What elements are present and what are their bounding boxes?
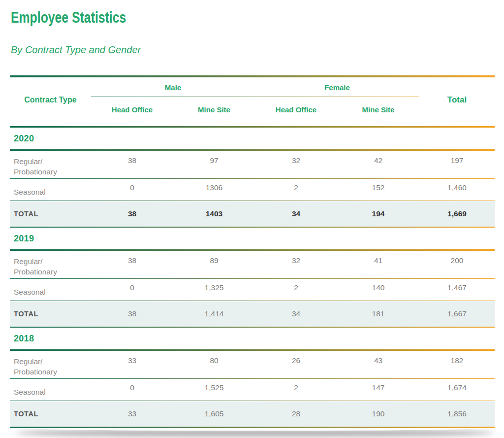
cell-total: 197 [419,151,495,165]
row-label: TOTAL [10,409,91,419]
year-section-2019: 2019 Regular/Probationary 38 89 32 41 20… [10,228,495,328]
cell-male-mine-site: 1,414 [173,309,255,318]
cell-male-head-office: 33 [91,351,173,365]
cell-male-head-office: 0 [91,383,173,396]
table-row-total: TOTAL 38 1,414 34 181 1,667 [10,301,495,327]
cell-female-head-office: 32 [255,151,337,165]
col-header-contract-type: Contract Type [10,95,91,105]
row-label: Seasonal [10,383,91,397]
table-row-seasonal: Seasonal 0 1,325 2 140 1,467 [10,279,495,301]
row-label: TOTAL [10,309,91,319]
cell-male-mine-site: 1306 [173,183,255,196]
row-label: Regular/Probationary [10,151,91,177]
cell-total: 1,460 [419,183,495,196]
cell-total: 200 [419,251,495,265]
cell-male-mine-site: 1,325 [173,283,255,296]
cell-female-mine-site: 194 [337,209,419,218]
row-label: Seasonal [10,183,91,197]
col-group-header-female: Female [255,82,419,92]
cell-male-mine-site: 97 [173,151,255,165]
cell-female-head-office: 2 [255,283,337,296]
year-label: 2020 [10,134,34,144]
col-header-female-head-office: Head Office [255,101,337,114]
cell-male-mine-site: 89 [173,251,255,265]
cell-total: 1,856 [419,409,495,418]
cell-female-head-office: 2 [255,383,337,396]
cell-male-head-office: 0 [91,283,173,296]
table-row-total: TOTAL 33 1,605 28 190 1,856 [10,401,495,427]
col-header-male-head-office: Head Office [91,101,173,114]
col-group-header-male: Male [91,82,255,92]
row-label: Regular/Probationary [10,351,91,377]
col-header-total: Total [419,95,495,105]
cell-female-head-office: 34 [255,209,337,218]
table-row-total: TOTAL 38 1403 34 194 1,669 [10,201,495,227]
year-section-2020: 2020 Regular/Probationary 38 97 32 42 19… [10,128,495,228]
col-header-female-mine-site: Mine Site [337,101,419,114]
cell-male-head-office: 0 [91,183,173,196]
col-header-male-mine-site: Mine Site [173,101,255,114]
page-title: Employee Statistics [11,9,406,27]
cell-total: 182 [419,351,495,365]
cell-female-head-office: 32 [255,251,337,265]
year-label: 2019 [10,234,34,244]
year-label: 2018 [10,334,34,344]
cell-female-mine-site: 41 [337,251,419,265]
cell-male-mine-site: 1,605 [173,409,255,418]
cell-female-head-office: 28 [255,409,337,418]
table-header: Contract Type Male Female Head Office Mi… [10,77,495,126]
cell-total: 1,674 [419,383,495,396]
cell-female-mine-site: 152 [337,183,419,196]
row-label: Seasonal [10,283,91,297]
table-row-seasonal: Seasonal 0 1306 2 152 1,460 [10,179,495,201]
cell-male-head-office: 38 [91,309,173,318]
cell-male-mine-site: 80 [173,351,255,365]
cell-female-mine-site: 181 [337,309,419,318]
table-row-regular-probationary: Regular/Probationary 38 97 32 42 197 [10,151,495,178]
table-bottom-rule [10,427,495,428]
employee-statistics-table: Contract Type Male Female Head Office Mi… [10,75,495,428]
cell-male-mine-site: 1403 [173,209,255,218]
group-header-underline [91,97,419,97]
cell-female-head-office: 34 [255,309,337,318]
cell-total: 1,669 [419,209,495,218]
cell-female-mine-site: 43 [337,351,419,365]
table-row-regular-probationary: Regular/Probationary 38 89 32 41 200 [10,251,495,278]
year-section-2018: 2018 Regular/Probationary 33 80 26 43 18… [10,328,495,428]
row-label: Regular/Probationary [10,251,91,277]
cell-male-head-office: 33 [91,409,173,418]
cell-male-head-office: 38 [91,209,173,218]
report-page: Employee Statistics By Contract Type and… [0,9,504,432]
table-row-regular-probationary: Regular/Probationary 33 80 26 43 182 [10,351,495,378]
cell-female-mine-site: 190 [337,409,419,418]
cell-male-mine-site: 1,525 [173,383,255,396]
cell-female-head-office: 2 [255,183,337,196]
page-subtitle: By Contract Type and Gender [11,44,504,56]
table-row-seasonal: Seasonal 0 1,525 2 147 1,674 [10,379,495,401]
cell-total: 1,467 [419,283,495,296]
cell-total: 1,667 [419,309,495,318]
cell-female-mine-site: 147 [337,383,419,396]
row-label: TOTAL [10,209,91,219]
cell-male-head-office: 38 [91,151,173,165]
cell-female-mine-site: 140 [337,283,419,296]
cell-female-mine-site: 42 [337,151,419,165]
cell-male-head-office: 38 [91,251,173,265]
cell-female-head-office: 26 [255,351,337,365]
